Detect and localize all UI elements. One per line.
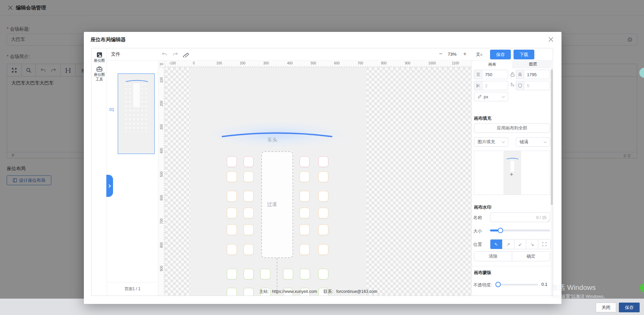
position-bottom-left[interactable]: ↙ <box>515 240 527 249</box>
fill-type-select[interactable]: 图片填充 <box>474 137 508 147</box>
contact-value: forcontinue@163.com <box>336 289 377 294</box>
modal-toolbar: 文件 − 73% + 文A 保存 下载 <box>107 48 553 61</box>
seat[interactable] <box>227 208 237 218</box>
site-label: 主站: <box>259 289 269 294</box>
shield-icon <box>516 81 524 90</box>
tab-canvas[interactable]: 画布 <box>472 61 513 68</box>
editor-container: 座位图 座位图工具 文件 <box>91 48 553 296</box>
seat-layer <box>165 67 472 296</box>
fill-mode-select[interactable]: 铺满 <box>516 137 550 147</box>
position-fullscreen[interactable] <box>538 240 550 249</box>
unit-select[interactable]: px <box>474 92 508 101</box>
chevron-down-icon <box>544 140 547 143</box>
watermark-section-title: 画布水印 <box>474 204 491 210</box>
seat[interactable] <box>244 269 254 279</box>
seat[interactable] <box>318 156 328 167</box>
modal-download-button[interactable]: 下载 <box>514 50 534 59</box>
ruler-unit: px <box>158 61 165 67</box>
tab-layers[interactable]: 图层 <box>513 61 553 68</box>
expand-panel-handle[interactable] <box>106 175 113 197</box>
width-input[interactable] <box>482 70 508 79</box>
size-label: 大小 <box>473 228 482 234</box>
apply-all-button[interactable]: 应用画布到全部 <box>474 123 550 133</box>
close-button[interactable]: 关闭 <box>596 303 616 312</box>
file-menu[interactable]: 文件 <box>111 51 120 57</box>
mask-section-title: 画布蒙版 <box>474 270 491 276</box>
name-counter: 0 / 15 <box>536 215 546 220</box>
seat[interactable] <box>227 191 237 202</box>
canvas-viewport[interactable]: 车头 过道 主站: https://www.xunyeit.com 联系: fo… <box>165 67 472 296</box>
position-bottom-right[interactable]: ↘ <box>526 240 538 249</box>
fill-preview[interactable]: + <box>474 151 550 195</box>
seat[interactable] <box>227 244 237 255</box>
watermark-name-input[interactable]: 0 / 15 <box>490 212 550 222</box>
seat[interactable] <box>318 191 328 202</box>
seat[interactable] <box>260 269 270 279</box>
rail-item-seat-map-tools[interactable]: 座位图工具 <box>92 66 107 82</box>
pages-panel: 01 页面1 / 1 <box>107 61 158 296</box>
save-button[interactable]: 保存 <box>619 303 640 312</box>
rail-item-seat-map[interactable]: 座位图 <box>92 52 107 63</box>
height-label: 高 <box>516 70 524 79</box>
seat[interactable] <box>244 171 254 182</box>
unit-value: px <box>484 94 488 99</box>
seat[interactable] <box>300 244 310 255</box>
seat[interactable] <box>318 224 328 235</box>
seat[interactable] <box>283 269 293 279</box>
seat[interactable] <box>318 269 328 279</box>
position-top-right[interactable]: ↗ <box>502 240 515 249</box>
position-group: ↖ ↗ ↙ ↘ <box>490 239 551 249</box>
seat[interactable] <box>300 171 310 182</box>
bleed-field <box>516 81 550 90</box>
seat[interactable] <box>244 208 254 218</box>
seat[interactable] <box>244 191 254 202</box>
add-image-plus[interactable]: + <box>510 171 513 178</box>
seat[interactable] <box>300 191 310 202</box>
rail-item-label: 座位图工具 <box>93 72 106 82</box>
seat[interactable] <box>227 224 237 235</box>
width-field: 宽 <box>474 70 508 79</box>
modal-title: 座位布局编辑器 <box>91 37 126 43</box>
panel-scrollbar-thumb[interactable] <box>551 69 553 205</box>
seat[interactable] <box>227 269 237 279</box>
seat[interactable] <box>300 208 310 218</box>
modal-close-icon[interactable] <box>548 37 553 42</box>
seat[interactable] <box>244 224 254 235</box>
size-slider-thumb[interactable] <box>498 228 503 233</box>
preview-canvas-strip: + <box>503 151 521 195</box>
lock-icon[interactable] <box>510 72 515 77</box>
seat[interactable] <box>318 208 328 218</box>
height-input[interactable] <box>524 70 550 79</box>
seat[interactable] <box>244 156 254 167</box>
undo-icon[interactable] <box>161 51 167 57</box>
seat[interactable] <box>227 171 237 182</box>
vendor-note: 主站: https://www.xunyeit.com 联系: forconti… <box>165 289 472 295</box>
zoom-out-button[interactable]: − <box>439 51 442 57</box>
seat-layout-editor-modal: 座位布局编辑器 座位图 座位图工具 <box>84 32 561 304</box>
modal-save-button[interactable]: 保存 <box>490 50 511 59</box>
corner-icon[interactable] <box>511 82 515 87</box>
cut-input[interactable] <box>482 81 508 90</box>
page-indicator: 页面1 / 1 <box>107 282 158 296</box>
seat[interactable] <box>318 171 328 182</box>
seat[interactable] <box>244 244 254 255</box>
seat[interactable] <box>227 156 237 167</box>
opacity-slider-thumb[interactable] <box>495 282 501 287</box>
clear-button[interactable]: 清除 <box>474 252 512 261</box>
zoom-in-button[interactable]: + <box>463 51 467 57</box>
resize-handle[interactable] <box>546 218 549 221</box>
properties-panel: 画布 图层 宽 高 <box>472 61 553 296</box>
confirm-button[interactable]: 确定 <box>512 252 550 261</box>
seat[interactable] <box>318 244 328 255</box>
page-thumbnail[interactable] <box>118 73 155 154</box>
bleed-input[interactable] <box>524 81 550 90</box>
position-top-left[interactable]: ↖ <box>490 240 502 249</box>
seat[interactable] <box>300 156 310 167</box>
panel-scrollbar[interactable] <box>551 61 553 296</box>
seat[interactable] <box>300 224 310 235</box>
redo-icon[interactable] <box>172 51 178 57</box>
width-label: 宽 <box>474 70 482 79</box>
translate-icon[interactable]: 文A <box>476 51 482 57</box>
ruler-icon[interactable] <box>183 51 189 57</box>
seat[interactable] <box>300 269 310 279</box>
